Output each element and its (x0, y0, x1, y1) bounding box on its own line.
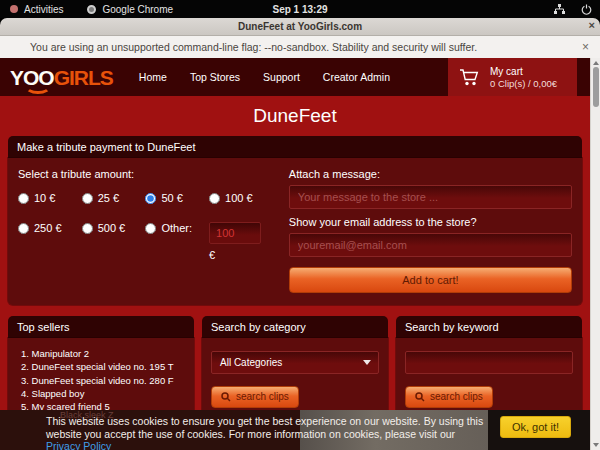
amount-options: 10 € 25 € 50 € (18, 192, 273, 261)
page-body: DuneFeet Make a tribute payment to DuneF… (0, 96, 590, 450)
message-input[interactable] (289, 185, 572, 209)
other-amount-cell: € (209, 222, 273, 261)
search-keyword-title: Search by keyword (396, 316, 582, 338)
site-header: YOOGIRLS Home Top Stores Support Creator… (0, 58, 590, 96)
amount-option-25[interactable]: 25 € (82, 192, 146, 204)
email-input[interactable] (289, 233, 572, 257)
amount-radio-250[interactable] (18, 223, 29, 234)
search-clips-category-button[interactable]: search clips (211, 386, 299, 408)
power-icon[interactable] (581, 4, 592, 15)
window-title: DuneFeet at YooGirls.com (238, 21, 362, 32)
privacy-policy-link[interactable]: Privacy Policy (46, 440, 111, 450)
list-item[interactable]: DuneFeet special video no. 280 F (21, 374, 185, 387)
amount-radio-50[interactable] (145, 193, 156, 204)
top-sellers-list: Manipulator 2 DuneFeet special video no.… (17, 347, 185, 413)
cart-summary: 0 Clip(s) / 0,00€ (490, 78, 557, 89)
warning-text: You are using an unsupported command-lin… (30, 41, 477, 53)
my-cart-button[interactable]: My cart 0 Clip(s) / 0,00€ (448, 58, 577, 96)
tribute-panel: Make a tribute payment to DuneFeet Selec… (8, 136, 582, 305)
cookie-accept-button[interactable]: Ok, got it! (500, 416, 571, 438)
amount-option-10[interactable]: 10 € (18, 192, 82, 204)
amount-option-100[interactable]: 100 € (209, 192, 273, 204)
logo-smiley: OO (23, 66, 54, 89)
scroll-up-icon[interactable] (593, 61, 599, 65)
list-item[interactable]: DuneFeet special video no. 195 T (21, 360, 185, 373)
add-to-cart-button[interactable]: Add to cart! (289, 267, 572, 293)
cookie-consent-bar: Black sleek Z This website uses cookies … (0, 410, 590, 450)
nav-item-top-stores[interactable]: Top Stores (190, 71, 240, 83)
search-category-panel: Search by category All Categories (202, 316, 388, 422)
email-label: Show your email address to the store? (289, 216, 572, 228)
nav-item-creator-admin[interactable]: Creator Admin (323, 71, 390, 83)
keyword-input[interactable] (405, 351, 573, 374)
amount-option-other[interactable]: Other: (145, 222, 209, 234)
amount-option-50[interactable]: 50 € (145, 192, 209, 204)
scrollbar-thumb[interactable] (593, 67, 599, 107)
logo-text-girls: GIRLS (54, 66, 113, 89)
list-item[interactable]: Manipulator 2 (21, 347, 185, 360)
cart-icon (459, 68, 481, 87)
site-logo[interactable]: YOOGIRLS (10, 67, 113, 88)
category-select[interactable]: All Categories (211, 351, 379, 374)
warning-close-icon[interactable]: × (582, 40, 589, 54)
list-item[interactable]: Slapped boy (21, 387, 185, 400)
browser-viewport: YOOGIRLS Home Top Stores Support Creator… (0, 58, 600, 450)
search-category-title: Search by category (202, 316, 388, 338)
amount-radio-10[interactable] (18, 193, 29, 204)
page-title: DuneFeet (8, 105, 582, 127)
nav-item-home[interactable]: Home (139, 71, 167, 83)
search-icon (221, 392, 231, 402)
clock[interactable]: Sep 1 13:29 (0, 4, 600, 15)
scrollbar[interactable] (590, 58, 600, 450)
tribute-panel-title: Make a tribute payment to DuneFeet (8, 136, 582, 158)
amount-radio-500[interactable] (82, 223, 93, 234)
top-sellers-title: Top sellers (8, 316, 194, 338)
cart-title: My cart (490, 66, 557, 77)
nav-item-support[interactable]: Support (263, 71, 300, 83)
amount-radio-other[interactable] (145, 223, 156, 234)
cookie-message: This website uses cookies to ensure you … (46, 415, 484, 450)
search-icon (415, 392, 425, 402)
system-top-bar: Activities Google Chrome Sep 1 13:29 (0, 0, 600, 18)
window-close-icon[interactable]: × (589, 19, 595, 31)
main-nav: Home Top Stores Support Creator Admin (139, 71, 390, 83)
amount-radio-25[interactable] (82, 193, 93, 204)
amount-option-250[interactable]: 250 € (18, 222, 82, 234)
logo-text-y: Y (10, 66, 23, 89)
webpage: YOOGIRLS Home Top Stores Support Creator… (0, 58, 590, 450)
amount-option-500[interactable]: 500 € (82, 222, 146, 234)
warning-bar: You are using an unsupported command-lin… (0, 36, 600, 58)
amount-label: Select a tribute amount: (18, 168, 273, 180)
search-clips-keyword-button[interactable]: search clips (405, 386, 493, 408)
other-amount-input[interactable] (209, 222, 261, 244)
network-icon[interactable] (554, 4, 565, 15)
scroll-down-icon[interactable] (593, 443, 599, 447)
top-sellers-panel: Top sellers Manipulator 2 DuneFeet speci… (8, 316, 194, 422)
chevron-down-icon (363, 360, 371, 365)
message-label: Attach a message: (289, 168, 572, 180)
amount-radio-100[interactable] (209, 193, 220, 204)
window-title-bar: DuneFeet at YooGirls.com × (0, 18, 600, 36)
search-keyword-panel: Search by keyword search clips (396, 316, 582, 422)
currency-symbol: € (209, 249, 273, 261)
bottom-panels: Top sellers Manipulator 2 DuneFeet speci… (8, 316, 582, 422)
